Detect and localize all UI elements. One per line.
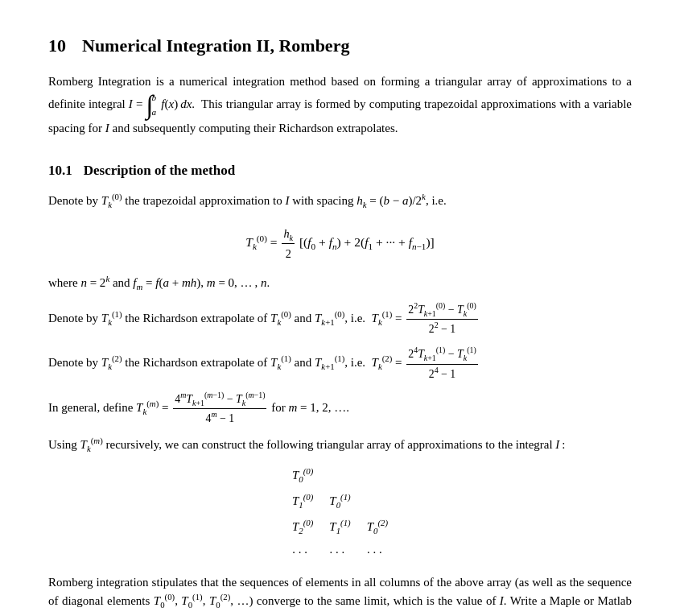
section-header: 10 Numerical Integration II, Romberg bbox=[48, 32, 632, 60]
denote-paragraph: Denote by Tk(0) the trapezoidal approxim… bbox=[48, 192, 632, 210]
subsection-title-text: Description of the method bbox=[84, 160, 235, 181]
general-paragraph: In general, define Tk(m) = 4mTk+1(m−1) −… bbox=[48, 391, 632, 428]
intro-paragraph: Romberg Integration is a numerical integ… bbox=[48, 72, 632, 138]
romberg-final-paragraph: Romberg integration stipulates that the … bbox=[48, 573, 632, 616]
using-paragraph: Using Tk(m) recursively, we can construc… bbox=[48, 436, 632, 454]
denote-t1-paragraph: Denote by Tk(1) the Richardson extrapola… bbox=[48, 301, 632, 338]
section-number: 10 bbox=[48, 32, 66, 60]
subsection-number: 10.1 bbox=[48, 160, 72, 181]
triangular-array: T0(0) T1(0) T0(1) T2(0) T1(1) T0(2) · · … bbox=[48, 462, 632, 565]
denote-t2-paragraph: Denote by Tk(2) the Richardson extrapola… bbox=[48, 345, 632, 382]
trapezoidal-formula: Tk(0) = hk 2 [(f0 + fn) + 2(f1 + ··· + f… bbox=[48, 225, 632, 263]
subsection-header: 10.1 Description of the method bbox=[48, 160, 632, 181]
where-paragraph: where n = 2k and fm = f(a + mh), m = 0, … bbox=[48, 274, 632, 292]
section-title-text: Numerical Integration II, Romberg bbox=[82, 32, 349, 60]
